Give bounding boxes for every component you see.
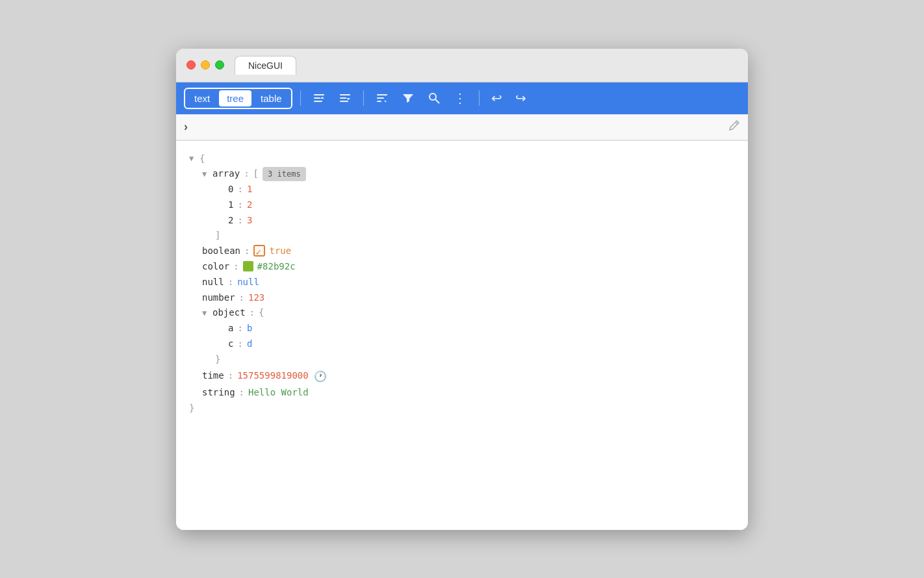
svg-line-11 (736, 122, 738, 124)
collapse-all-button[interactable] (335, 89, 355, 107)
svg-rect-5 (340, 101, 348, 102)
svg-rect-0 (314, 94, 324, 95)
expand-button[interactable]: › (184, 120, 188, 134)
time-key: time (202, 368, 224, 384)
object-a: a : b (228, 321, 735, 336)
root-arrow[interactable] (189, 152, 197, 165)
undo-button[interactable]: ↩ (487, 88, 506, 108)
tab-text[interactable]: text (186, 90, 218, 107)
val-0: 1 (247, 182, 252, 197)
tab-title: NiceGUI (248, 60, 283, 71)
filter-button[interactable] (398, 89, 418, 107)
separator-3 (479, 90, 480, 106)
val-1: 2 (247, 197, 252, 213)
boolean-val: true (269, 244, 291, 259)
object-arrow[interactable] (202, 307, 210, 320)
time-line: time : 1575599819000 🕐 (202, 368, 735, 385)
separator-1 (300, 90, 301, 106)
search-button[interactable] (424, 89, 444, 107)
tab-table[interactable]: table (253, 90, 290, 107)
svg-rect-2 (314, 101, 322, 102)
null-line: null : null (202, 275, 735, 290)
view-tabs: text tree table (184, 88, 292, 109)
boolean-key: boolean (202, 244, 240, 259)
root-open: { (189, 151, 735, 167)
val-c: d (247, 336, 252, 352)
key-c: c (228, 336, 233, 352)
null-key: null (202, 275, 224, 290)
time-val: 1575599819000 (237, 368, 309, 384)
array-key: array (212, 166, 240, 182)
maximize-button[interactable] (215, 60, 224, 69)
title-bar: NiceGUI (176, 49, 748, 82)
separator-2 (363, 90, 364, 106)
expand-all-button[interactable] (309, 89, 329, 107)
object-close: } (215, 352, 735, 368)
color-line: color : #82b92c (202, 259, 735, 275)
color-val: #82b92c (257, 259, 296, 275)
string-line: string : Hello World (202, 385, 735, 401)
main-window: NiceGUI text tree table (176, 49, 748, 530)
svg-rect-8 (377, 101, 381, 102)
key-2: 2 (228, 213, 233, 229)
close-button[interactable] (186, 60, 196, 69)
array-close: ] (215, 228, 735, 244)
content-bar: › (176, 114, 748, 140)
svg-rect-1 (314, 97, 320, 99)
svg-point-9 (430, 94, 436, 100)
traffic-lights (186, 60, 224, 69)
svg-rect-3 (340, 94, 350, 95)
array-1: 1 : 2 (228, 197, 735, 213)
sort-button[interactable] (372, 89, 392, 107)
key-1: 1 (228, 197, 233, 213)
redo-button[interactable]: ↪ (511, 88, 530, 108)
svg-line-10 (435, 99, 439, 103)
string-key: string (202, 385, 235, 401)
number-val: 123 (248, 290, 264, 306)
object-key: object (212, 305, 246, 321)
val-a: b (247, 321, 252, 336)
minimize-button[interactable] (201, 60, 210, 69)
window-tab[interactable]: NiceGUI (235, 56, 296, 75)
array-line: array : [ 3 items (202, 166, 735, 182)
number-line: number : 123 (202, 290, 735, 306)
edit-button[interactable] (728, 119, 740, 134)
string-val: Hello World (248, 385, 309, 401)
key-0: 0 (228, 182, 233, 197)
array-2: 2 : 3 (228, 213, 735, 229)
json-tree: { array : [ 3 items 0 : 1 1 : 2 2 : 3 (176, 140, 748, 530)
color-key: color (202, 259, 229, 275)
tab-tree[interactable]: tree (219, 90, 251, 107)
array-arrow[interactable] (202, 168, 210, 181)
items-badge: 3 items (263, 167, 306, 181)
null-val: null (237, 275, 259, 290)
object-line: object : { (202, 305, 735, 321)
val-2: 3 (247, 213, 252, 229)
number-key: number (202, 290, 235, 306)
clock-icon: 🕐 (314, 368, 327, 385)
toolbar: text tree table (176, 82, 748, 114)
array-0: 0 : 1 (228, 182, 735, 197)
checkbox-icon (253, 245, 265, 257)
color-swatch (243, 261, 253, 271)
more-button[interactable]: ⋮ (450, 88, 471, 108)
key-a: a (228, 321, 233, 336)
svg-rect-4 (340, 97, 346, 99)
svg-rect-7 (377, 97, 384, 99)
boolean-line: boolean : true (202, 244, 735, 259)
object-c: c : d (228, 336, 735, 352)
root-close: } (189, 401, 735, 416)
